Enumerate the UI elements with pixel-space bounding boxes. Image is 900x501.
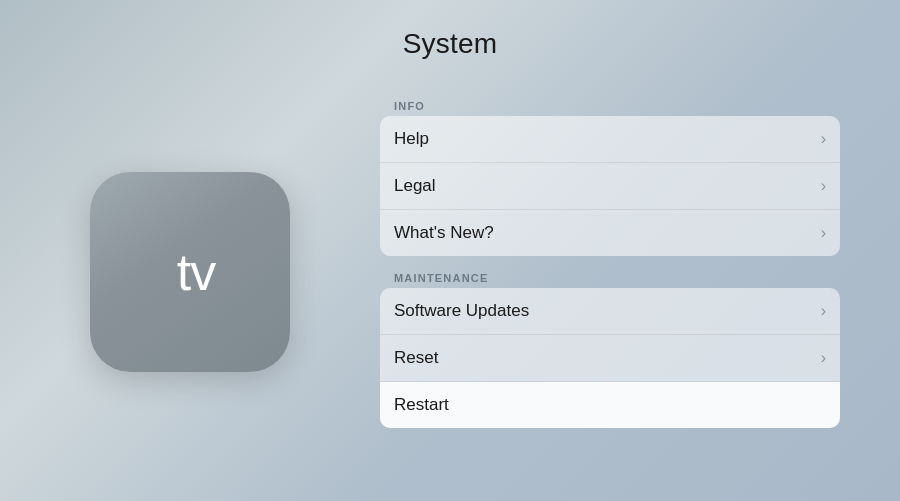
menu-group-maintenance: Software Updates › Reset › Restart: [380, 288, 840, 428]
menu-item-label-software-updates: Software Updates: [394, 301, 529, 321]
chevron-icon-legal: ›: [821, 177, 826, 195]
section-label-info: INFO: [380, 100, 840, 112]
menu-panel: INFO Help › Legal › What's New? › MAINTE…: [380, 100, 840, 444]
chevron-icon-software-updates: ›: [821, 302, 826, 320]
section-label-maintenance: MAINTENANCE: [380, 272, 840, 284]
page-title: System: [403, 28, 498, 60]
appletv-icon-container: tv: [60, 172, 320, 372]
content-area: tv INFO Help › Legal › What's New? › MAI…: [0, 100, 900, 444]
menu-item-whats-new[interactable]: What's New? ›: [380, 210, 840, 256]
menu-item-label-legal: Legal: [394, 176, 436, 196]
menu-item-label-reset: Reset: [394, 348, 438, 368]
menu-item-restart[interactable]: Restart: [380, 382, 840, 428]
menu-group-info: Help › Legal › What's New? ›: [380, 116, 840, 256]
menu-item-software-updates[interactable]: Software Updates ›: [380, 288, 840, 335]
chevron-icon-whats-new: ›: [821, 224, 826, 242]
menu-item-label-whats-new: What's New?: [394, 223, 494, 243]
menu-item-legal[interactable]: Legal ›: [380, 163, 840, 210]
menu-item-reset[interactable]: Reset ›: [380, 335, 840, 382]
appletv-icon: tv: [90, 172, 290, 372]
chevron-icon-help: ›: [821, 130, 826, 148]
menu-item-label-help: Help: [394, 129, 429, 149]
chevron-icon-reset: ›: [821, 349, 826, 367]
tv-text: tv: [177, 242, 215, 302]
menu-item-help[interactable]: Help ›: [380, 116, 840, 163]
menu-item-label-restart: Restart: [394, 395, 449, 415]
